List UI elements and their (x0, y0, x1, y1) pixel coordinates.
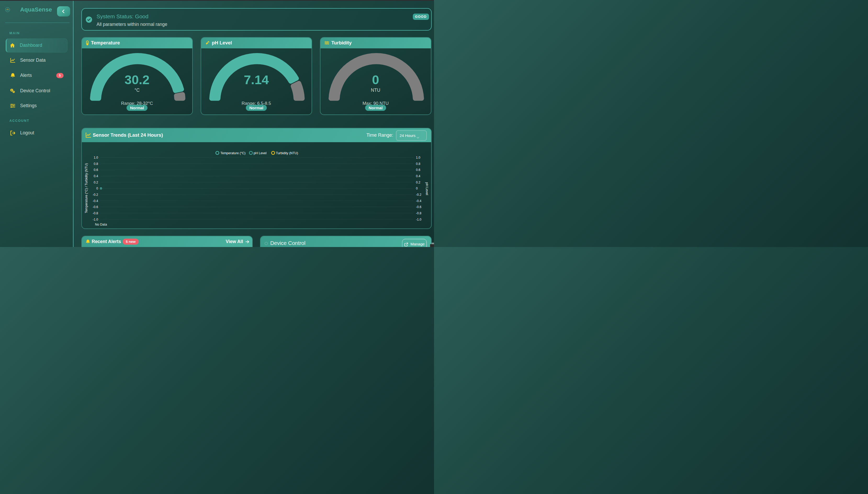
svg-text:0.6: 0.6 (94, 168, 98, 172)
svg-text:0.6: 0.6 (416, 168, 420, 172)
svg-text:Temperature (°C): Temperature (°C) (220, 151, 246, 155)
svg-text:0.4: 0.4 (94, 174, 98, 178)
svg-text:Turbidity (NTU): Turbidity (NTU) (276, 151, 298, 155)
svg-text:0: 0 (96, 187, 98, 190)
svg-text:-0.2: -0.2 (416, 193, 421, 196)
svg-text:-0.6: -0.6 (93, 205, 98, 209)
svg-text:-0.6: -0.6 (416, 205, 421, 209)
svg-text:-0.4: -0.4 (93, 199, 98, 203)
svg-text:Temperature (°C) / Turbidity (: Temperature (°C) / Turbidity (NTU) (84, 163, 88, 213)
svg-text:-1.0: -1.0 (93, 218, 98, 222)
svg-text:1.0: 1.0 (94, 156, 98, 159)
svg-text:0.8: 0.8 (94, 162, 98, 166)
svg-text:1.0: 1.0 (416, 156, 420, 159)
svg-text:-0.4: -0.4 (416, 199, 421, 203)
svg-text:0: 0 (416, 187, 418, 190)
svg-text:0.2: 0.2 (416, 180, 420, 184)
svg-text:0.4: 0.4 (416, 174, 420, 178)
svg-text:-0.2: -0.2 (93, 193, 98, 196)
svg-text:-0.8: -0.8 (93, 211, 98, 215)
svg-text:0.2: 0.2 (94, 180, 98, 184)
svg-text:pH Level: pH Level (425, 182, 429, 195)
svg-text:0.8: 0.8 (416, 162, 420, 166)
svg-text:No Data: No Data (95, 223, 107, 226)
svg-text:-0.8: -0.8 (416, 211, 421, 215)
svg-text:-1.0: -1.0 (416, 218, 421, 222)
svg-text:pH Level: pH Level (253, 151, 266, 155)
